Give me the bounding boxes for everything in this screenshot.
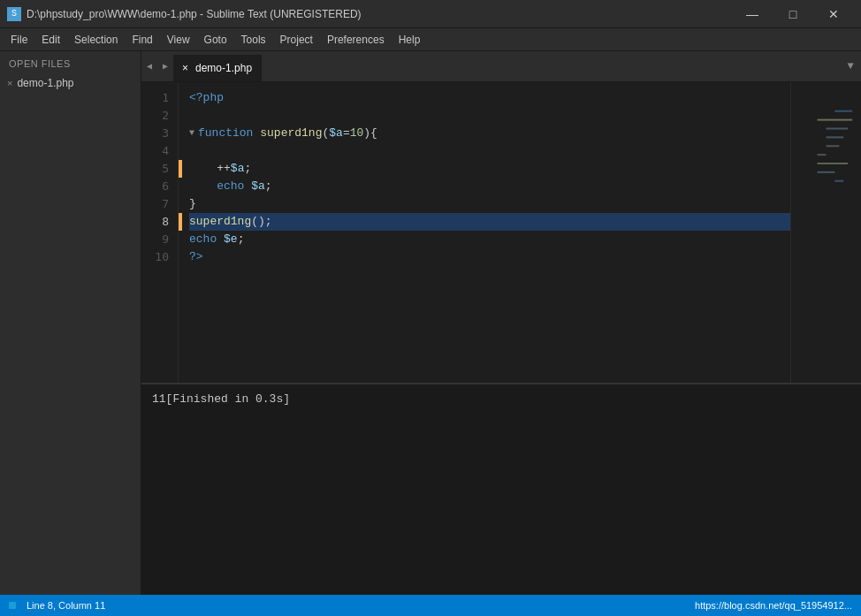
sidebar-header: OPEN FILES: [0, 51, 141, 74]
kw-echo-2: echo: [189, 231, 217, 248]
punc-close-brace: }: [189, 195, 196, 213]
menu-file[interactable]: File: [4, 30, 34, 49]
menu-goto[interactable]: Goto: [197, 30, 234, 49]
status-bar: Line 8, Column 11 https://blog.csdn.net/…: [0, 595, 861, 616]
code-line-8: superd1ng ( ) ;: [189, 213, 790, 231]
num-10: 10: [350, 125, 364, 142]
punc-semi-8: ;: [265, 213, 272, 231]
window-title: D:\phpstudy_pro\WWW\demo-1.php - Sublime…: [27, 8, 362, 20]
editor-container: ◀ ▶ × demo-1.php ▼ 1 2 3 4 5 6 7 8 9 10: [141, 51, 861, 595]
code-indent: [189, 160, 217, 178]
line-num-5: 5: [162, 160, 169, 178]
status-right: https://blog.csdn.net/qq_51954912...: [695, 600, 852, 611]
menu-project[interactable]: Project: [273, 30, 320, 49]
menu-preferences[interactable]: Preferences: [320, 30, 392, 49]
code-editor[interactable]: 1 2 3 4 5 6 7 8 9 10 <?php ▼: [141, 82, 861, 383]
status-position: Line 8, Column 11: [27, 600, 105, 611]
svg-rect-0: [834, 110, 852, 112]
punc-semi-2: ;: [265, 178, 272, 195]
menu-selection[interactable]: Selection: [67, 30, 125, 49]
code-line-4: [189, 142, 790, 160]
menu-find[interactable]: Find: [125, 30, 159, 49]
maximize-button[interactable]: □: [773, 0, 813, 28]
svg-rect-3: [827, 136, 844, 138]
window-controls: — □ ✕: [732, 0, 854, 28]
var-a-2: $a: [251, 178, 265, 195]
sidebar-close-icon[interactable]: ×: [7, 78, 12, 88]
kw-function: function: [198, 125, 253, 142]
gutter-indicator-5: [179, 160, 182, 178]
menu-bar: File Edit Selection Find View Goto Tools…: [0, 28, 861, 51]
code-line-9: echo $e ;: [189, 231, 790, 248]
code-token-php-close: ?>: [189, 248, 203, 266]
svg-rect-7: [818, 171, 835, 173]
tab-dropdown[interactable]: ▼: [840, 51, 861, 81]
punc-paren-open: (: [322, 125, 329, 142]
output-text: 11[Finished in 0.3s]: [152, 392, 850, 407]
line-num-2: 2: [162, 107, 169, 125]
line-num-3: 3: [162, 125, 169, 142]
svg-rect-1: [818, 119, 853, 121]
code-line-1: <?php: [189, 89, 790, 107]
svg-rect-6: [818, 163, 849, 164]
fn-call-superd1ng: superd1ng: [189, 213, 251, 231]
line-num-7: 7: [162, 195, 169, 213]
line-num-6: 6: [162, 178, 169, 195]
tab-nav-right[interactable]: ▶: [157, 51, 173, 81]
minimap: [790, 82, 861, 383]
tab-nav-left[interactable]: ◀: [141, 51, 157, 81]
menu-help[interactable]: Help: [392, 30, 428, 49]
punc-semi-9: ;: [238, 231, 245, 248]
line-num-9: 9: [162, 231, 169, 248]
app-icon: S: [7, 7, 21, 21]
code-space-3: [217, 231, 224, 248]
tab-close-icon[interactable]: ×: [182, 62, 188, 74]
punc-call-open: (: [251, 213, 258, 231]
code-line-5: ++ $a ;: [189, 160, 790, 178]
sidebar-file-demo1[interactable]: × demo-1.php: [0, 74, 141, 92]
svg-rect-2: [827, 128, 849, 130]
status-indicator: [9, 602, 16, 609]
code-line-3: ▼ function superd1ng ( $a = 10 ){: [189, 125, 790, 142]
line-num-1: 1: [162, 89, 169, 107]
tab-demo1[interactable]: × demo-1.php: [173, 55, 262, 81]
fold-arrow-3[interactable]: ▼: [189, 125, 194, 142]
minimap-svg: [791, 82, 861, 383]
punc-semi-1: ;: [244, 160, 251, 178]
close-button[interactable]: ✕: [813, 0, 854, 28]
param-a: $a: [329, 125, 343, 142]
code-indent-2: [189, 178, 217, 195]
code-line-7: }: [189, 195, 790, 213]
svg-rect-8: [834, 180, 843, 182]
punc-paren-close-brace: ){: [363, 125, 377, 142]
status-dot: [9, 602, 16, 609]
code-line-10: ?>: [189, 248, 790, 266]
op-plusplus: ++: [217, 160, 231, 178]
punc-call-close: ): [258, 213, 265, 231]
var-a-1: $a: [231, 160, 245, 178]
output-panel: 11[Finished in 0.3s]: [141, 383, 861, 595]
tab-bar: ◀ ▶ × demo-1.php ▼: [141, 51, 861, 82]
menu-tools[interactable]: Tools: [234, 30, 273, 49]
minimize-button[interactable]: —: [732, 0, 773, 28]
var-e: $e: [224, 231, 238, 248]
op-eq: =: [343, 125, 350, 142]
code-token-php-open: <?php: [189, 89, 224, 107]
code-line-2: [189, 107, 790, 125]
main-area: OPEN FILES × demo-1.php ◀ ▶ × demo-1.php…: [0, 51, 861, 595]
code-space-2: [244, 178, 251, 195]
code-line-6: echo $a ;: [189, 178, 790, 195]
line-num-4: 4: [162, 142, 169, 160]
kw-echo-1: echo: [217, 178, 244, 195]
line-num-8: 8: [162, 213, 169, 231]
status-left: Line 8, Column 11: [9, 600, 105, 611]
line-numbers: 1 2 3 4 5 6 7 8 9 10: [141, 82, 179, 383]
svg-rect-5: [818, 154, 827, 156]
menu-edit[interactable]: Edit: [34, 30, 67, 49]
tab-filename: demo-1.php: [195, 62, 252, 74]
gutter-indicator-8: [179, 213, 182, 231]
sidebar: OPEN FILES × demo-1.php: [0, 51, 141, 595]
code-content[interactable]: <?php ▼ function superd1ng ( $a = 10 ){: [179, 82, 790, 383]
title-bar: S D:\phpstudy_pro\WWW\demo-1.php - Subli…: [0, 0, 861, 28]
menu-view[interactable]: View: [160, 30, 197, 49]
